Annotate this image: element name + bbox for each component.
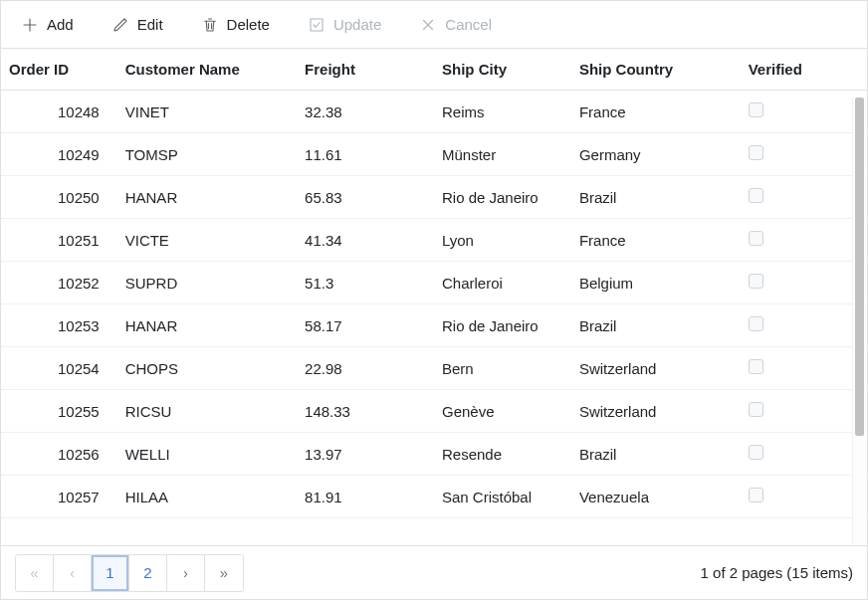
cell-verified [741,133,867,176]
verified-checkbox[interactable] [749,445,763,460]
cell-verified [741,304,867,347]
cell-city: Charleroi [434,262,571,304]
pager-page-2[interactable]: 2 [129,555,167,591]
toolbar: Add Edit Delete Update Cancel [1,1,867,49]
header-row: Order ID Customer Name Freight Ship City… [1,49,867,91]
verified-checkbox[interactable] [749,274,763,289]
pager-nav: « ‹ 1 2 › » [15,554,244,592]
cell-city: Reims [434,91,571,133]
cell-city: Resende [434,433,571,476]
cell-city: Rio de Janeiro [434,176,571,219]
cell-customer: HILAA [117,476,297,518]
verified-checkbox[interactable] [749,145,763,160]
verified-checkbox[interactable] [749,488,763,502]
cell-freight: 65.83 [297,176,434,219]
cell-country: Switzerland [571,390,741,433]
cell-country: Brazil [571,433,741,476]
table-row[interactable]: 10249TOMSP11.61MünsterGermany [1,133,867,176]
cell-freight: 51.3 [297,262,434,304]
table-row[interactable]: 10255RICSU148.33GenèveSwitzerland [1,390,867,433]
cell-order-id: 10252 [1,262,117,304]
cell-customer: SUPRD [117,262,297,304]
cell-country: Brazil [571,176,741,219]
pencil-icon [111,16,129,34]
verified-checkbox[interactable] [749,359,763,374]
cell-verified [741,476,867,518]
verified-checkbox[interactable] [749,188,763,203]
cell-order-id: 10248 [1,91,117,133]
add-label: Add [47,16,74,33]
cell-city: Genève [434,390,571,433]
edit-button[interactable]: Edit [106,12,169,38]
grid-app: Add Edit Delete Update Cancel [0,0,868,600]
cell-freight: 41.34 [297,219,434,262]
table-row[interactable]: 10256WELLI13.97ResendeBrazil [1,433,867,476]
cell-customer: WELLI [117,433,297,476]
table-row[interactable]: 10251VICTE41.34LyonFrance [1,219,867,262]
verified-checkbox[interactable] [749,102,763,117]
pager-last-button[interactable]: » [205,555,243,591]
update-button[interactable]: Update [302,12,387,38]
table-row[interactable]: 10253HANAR58.17Rio de JaneiroBrazil [1,304,867,347]
cell-city: Rio de Janeiro [434,304,571,347]
cell-order-id: 10257 [1,476,117,518]
table-row[interactable]: 10248VINET32.38ReimsFrance [1,91,867,133]
cell-freight: 148.33 [297,390,434,433]
cell-order-id: 10249 [1,133,117,176]
cell-country: Venezuela [571,476,741,518]
header-ship-city[interactable]: Ship City [434,49,571,91]
add-button[interactable]: Add [15,12,80,38]
cell-verified [741,347,867,390]
cell-order-id: 10253 [1,304,117,347]
table-row[interactable]: 10254CHOPS22.98BernSwitzerland [1,347,867,390]
header-order-id[interactable]: Order ID [1,49,117,91]
table-row[interactable]: 10252SUPRD51.3CharleroiBelgium [1,262,867,304]
vertical-scrollbar[interactable] [852,98,866,545]
edit-label: Edit [137,16,163,33]
trash-icon [201,16,219,34]
cell-freight: 22.98 [297,347,434,390]
cell-verified [741,91,867,133]
plus-icon [21,16,39,34]
chevron-left-icon: ‹ [70,564,75,581]
verified-checkbox[interactable] [749,316,763,331]
cell-country: Germany [571,133,741,176]
cell-country: France [571,219,741,262]
cell-country: Belgium [571,262,741,304]
cell-customer: VINET [117,91,297,133]
verified-checkbox[interactable] [749,231,763,246]
pager-first-button[interactable]: « [16,555,54,591]
header-customer-name[interactable]: Customer Name [117,49,297,91]
cell-country: Switzerland [571,347,741,390]
cell-country: France [571,91,741,133]
pager-page-1[interactable]: 1 [92,555,129,591]
table-row[interactable]: 10250HANAR65.83Rio de JaneiroBrazil [1,176,867,219]
cell-freight: 11.61 [297,133,434,176]
delete-label: Delete [227,16,270,33]
pager-prev-button[interactable]: ‹ [54,555,92,591]
cancel-label: Cancel [445,16,492,33]
cell-freight: 13.97 [297,433,434,476]
delete-button[interactable]: Delete [195,12,276,38]
header-ship-country[interactable]: Ship Country [571,49,741,91]
cell-customer: TOMSP [117,133,297,176]
cell-order-id: 10250 [1,176,117,219]
cell-city: San Cristóbal [434,476,571,518]
cancel-button[interactable]: Cancel [413,12,498,38]
chevron-right-icon: › [183,564,188,581]
cell-customer: HANAR [117,176,297,219]
cell-order-id: 10255 [1,390,117,433]
chevron-double-left-icon: « [30,564,38,581]
pager-next-button[interactable]: › [167,555,205,591]
header-verified[interactable]: Verified [741,49,867,91]
cell-verified [741,262,867,304]
verified-checkbox[interactable] [749,402,763,417]
grid-container: Order ID Customer Name Freight Ship City… [1,49,867,545]
cell-freight: 32.38 [297,91,434,133]
table-row[interactable]: 10257HILAA81.91San CristóbalVenezuela [1,476,867,518]
scrollbar-thumb[interactable] [855,98,864,436]
cell-customer: HANAR [117,304,297,347]
cell-order-id: 10251 [1,219,117,262]
header-freight[interactable]: Freight [297,49,434,91]
cell-city: Münster [434,133,571,176]
